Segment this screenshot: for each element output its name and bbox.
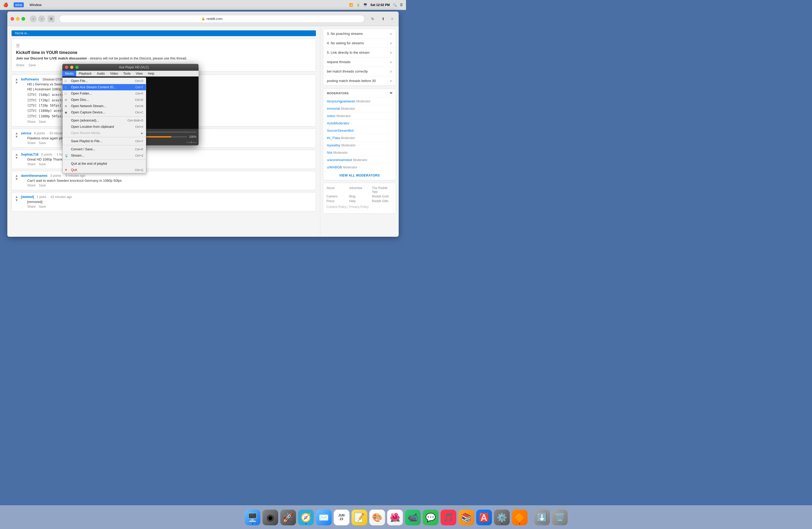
- footer-help[interactable]: Help: [349, 199, 370, 203]
- mod-ootoo[interactable]: ootoo Moderator: [323, 112, 396, 120]
- vlc-fullscreen-button[interactable]: [75, 66, 78, 69]
- comment-username-5[interactable]: [deleted]: [21, 195, 34, 199]
- share-button[interactable]: ⬆: [380, 15, 387, 22]
- wine-menu[interactable]: wine: [14, 2, 24, 7]
- sidebar-rule-request[interactable]: request threads ∨: [323, 57, 396, 67]
- downvote-3[interactable]: ▼: [15, 156, 18, 160]
- vlc-open-file[interactable]: □ Open File... Ctrl+O: [62, 78, 146, 84]
- forward-button[interactable]: ›: [38, 15, 45, 22]
- vlc-open-capture[interactable]: ◉ Open Capture Device... Ctrl+C: [62, 109, 146, 116]
- sidebar-rule-5[interactable]: 5. Link directly to the stream ∨: [323, 48, 396, 57]
- comment-points-5: 1 point: [37, 195, 46, 199]
- vlc-open-network[interactable]: ≋ Open Network Stream... Ctrl+N: [62, 103, 146, 109]
- mod-immortal[interactable]: immortal Moderator: [323, 105, 396, 112]
- mod-acestreamsbot[interactable]: u/acestreamsbot Moderator: [323, 156, 396, 164]
- comment-username-2[interactable]: zelciux: [21, 131, 31, 135]
- window-menu[interactable]: Window: [28, 2, 43, 7]
- footer-careers[interactable]: Careers: [327, 194, 347, 198]
- vlc-open-advanced[interactable]: Open (advanced)... Ctrl+Shift+O: [62, 117, 146, 123]
- vlc-convert-save[interactable]: Convert / Save... Ctrl+R: [62, 146, 146, 152]
- footer-about[interactable]: About: [327, 186, 347, 193]
- share-4[interactable]: Share: [27, 183, 35, 187]
- mod-thi-flala[interactable]: thi_Flala Moderator: [323, 134, 396, 142]
- save-4[interactable]: Save: [39, 183, 46, 187]
- save-action[interactable]: Save: [29, 63, 35, 67]
- comment-username-4[interactable]: damnthesenames: [21, 174, 47, 178]
- downvote-5[interactable]: ▼: [15, 199, 18, 202]
- control-center-icon[interactable]: ☰: [400, 3, 403, 7]
- vlc-menu-help[interactable]: Help: [145, 71, 157, 76]
- quit-icon: ✕: [65, 168, 67, 172]
- mod-mabgb[interactable]: u/MABGB Moderator: [323, 164, 396, 171]
- share-3[interactable]: Share: [27, 162, 35, 166]
- footer-press[interactable]: Press: [327, 199, 347, 203]
- user-flair-1: Streamer OTW: [42, 77, 64, 81]
- vlc-volume-label: 100%: [189, 135, 197, 138]
- vlc-open-ace-stream[interactable]: □ Open Ace Stream Content ID... Ctrl+T: [62, 84, 146, 90]
- comment-time-5: 43 minutes ago: [50, 195, 72, 199]
- search-icon[interactable]: 🔍: [393, 3, 397, 7]
- downvote-2[interactable]: ▼: [15, 135, 18, 138]
- vlc-minimize-button[interactable]: [70, 66, 73, 69]
- vlc-close-button[interactable]: [65, 66, 68, 69]
- share-5[interactable]: Share: [27, 205, 35, 208]
- reddit-sidebar: 3. No poaching streams ∨ 4. No asking fo…: [320, 26, 399, 237]
- sidebar-toggle[interactable]: ⊞: [48, 15, 55, 22]
- apple-menu[interactable]: 🍎: [3, 2, 9, 7]
- mod-automoderator[interactable]: AutoModerator: [323, 120, 396, 127]
- sidebar-rule-posting[interactable]: posting match threads before 30 ∨: [323, 76, 396, 86]
- close-button[interactable]: [11, 17, 14, 21]
- mod-lsywallsy[interactable]: lsywallsy Moderator: [323, 142, 396, 149]
- downvote-1[interactable]: ▼: [15, 81, 18, 84]
- comment-username-3[interactable]: SophiaLT16: [21, 153, 39, 156]
- vlc-menubar: Media Playback Audio Video Tools View He…: [62, 71, 199, 76]
- back-button[interactable]: ‹: [30, 15, 37, 22]
- save-1[interactable]: Save: [39, 120, 46, 123]
- vlc-open-disc[interactable]: ⊙ Open Disc... Ctrl+D: [62, 97, 146, 103]
- mod-lvoi[interactable]: lVoi Moderator: [323, 149, 396, 156]
- fullscreen-button[interactable]: [21, 17, 25, 21]
- footer-reddit-gold[interactable]: Reddit Gold: [372, 194, 393, 198]
- vlc-title: Ace Player HD (VLC): [119, 65, 157, 69]
- mod-soccerstreambot[interactable]: SoccerStreamBot: [323, 127, 396, 134]
- vlc-stream[interactable]: 📡 Stream... Ctrl+S: [62, 152, 146, 159]
- vlc-menu-audio[interactable]: Audio: [94, 71, 107, 76]
- footer-advertise[interactable]: Advertise: [349, 186, 370, 193]
- save-5[interactable]: Save: [39, 205, 46, 208]
- vlc-quit[interactable]: ✕ Quit Ctrl+Q: [62, 167, 146, 173]
- vlc-menu-view[interactable]: View: [133, 71, 145, 76]
- sidebar-rule-4[interactable]: 4. No asking for streams ∨: [323, 39, 396, 48]
- vlc-menu-media[interactable]: Media: [62, 71, 76, 76]
- vlc-open-recent: Open Recent Media ▶: [62, 130, 146, 136]
- vlc-menu-tools[interactable]: Tools: [121, 71, 133, 76]
- reload-button[interactable]: ↻: [369, 15, 376, 22]
- vlc-volume-slider[interactable]: [142, 136, 187, 137]
- privacy-policy-link[interactable]: Privacy Policy: [349, 205, 369, 209]
- minimize-button[interactable]: [16, 17, 20, 21]
- save-2[interactable]: Save: [39, 141, 46, 145]
- mod-itsoyoungpadawan[interactable]: itsoyoungpadawan Moderator: [323, 98, 396, 105]
- footer-blog[interactable]: Blog: [349, 194, 370, 198]
- footer-reddit-gifts[interactable]: Reddit Gifts: [372, 199, 393, 203]
- share-2[interactable]: Share: [27, 141, 35, 145]
- add-tab-button[interactable]: ＋: [389, 15, 395, 22]
- footer-reddit-app[interactable]: The Reddit App: [372, 186, 393, 193]
- sidebar-rule-3[interactable]: 3. No poaching streams ∨: [323, 29, 396, 39]
- sidebar-rule-bel[interactable]: bel match threads correctly ∨: [323, 67, 396, 76]
- message-mods-icon[interactable]: ✉: [390, 91, 392, 95]
- address-bar[interactable]: 🔒 reddit.com: [59, 15, 365, 23]
- view-all-moderators-button[interactable]: VIEW ALL MODERATORS: [323, 171, 396, 180]
- downvote-4[interactable]: ▼: [15, 177, 18, 181]
- comment-username-1[interactable]: buffstreams: [21, 77, 39, 81]
- vlc-menu-playback[interactable]: Playback: [76, 71, 94, 76]
- vlc-open-folder[interactable]: □ Open Folder... Ctrl+F: [62, 90, 146, 97]
- vlc-menu-video[interactable]: Video: [107, 71, 120, 76]
- content-policy-link[interactable]: Content Policy: [327, 205, 347, 209]
- save-3[interactable]: Save: [39, 162, 46, 166]
- vote-arrows-1: ▲ ▼: [15, 77, 18, 84]
- vlc-open-clipboard[interactable]: Open Location from clipboard Ctrl+V: [62, 123, 146, 130]
- vlc-save-playlist[interactable]: Save Playlist to File... Ctrl+Y: [62, 138, 146, 144]
- vlc-quit-end-playlist[interactable]: Quit at the end of playlist: [62, 161, 146, 167]
- share-1[interactable]: Share: [27, 120, 35, 123]
- share-action[interactable]: Share: [16, 63, 24, 67]
